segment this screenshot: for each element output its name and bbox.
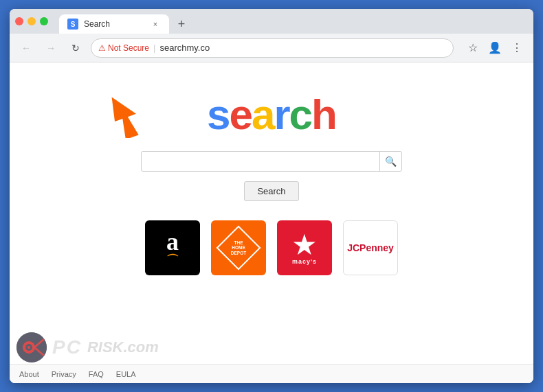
amazon-logo: a ⌒ bbox=[166, 227, 179, 268]
logo-letter-e: e bbox=[230, 91, 252, 138]
tab-area: S Search × + bbox=[59, 9, 191, 34]
logo-letter-c: c bbox=[289, 91, 311, 138]
search-box-container: 🔍 bbox=[141, 151, 402, 172]
close-button[interactable] bbox=[15, 17, 23, 25]
logo-letter-r: r bbox=[274, 91, 289, 138]
tab-favicon: S bbox=[67, 19, 78, 30]
svg-marker-0 bbox=[111, 91, 143, 138]
back-button[interactable]: ← bbox=[16, 38, 36, 58]
address-bar[interactable]: ⚠ Not Secure | searchmy.co bbox=[91, 38, 454, 58]
macys-label: macy's bbox=[292, 258, 317, 265]
url-text: searchmy.co bbox=[159, 43, 210, 53]
browser-window: S Search × + ← → ↻ ⚠ Not Secure | search… bbox=[10, 9, 533, 383]
not-secure-indicator: ⚠ Not Secure bbox=[98, 43, 149, 53]
new-tab-button[interactable]: + bbox=[172, 14, 191, 34]
profile-button[interactable]: 👤 bbox=[485, 38, 505, 58]
footer-eula[interactable]: EULA bbox=[116, 370, 136, 378]
menu-button[interactable]: ⋮ bbox=[507, 38, 527, 58]
active-tab[interactable]: S Search × bbox=[59, 14, 169, 34]
search-button[interactable]: Search bbox=[244, 181, 298, 201]
pcrisk-text: PC bbox=[52, 336, 82, 358]
forward-button[interactable]: → bbox=[41, 38, 60, 58]
tab-close-button[interactable]: × bbox=[150, 19, 161, 30]
search-logo: search bbox=[207, 90, 336, 139]
svg-point-4 bbox=[27, 346, 30, 349]
logo-letter-a: a bbox=[252, 91, 274, 138]
not-secure-label: Not Secure bbox=[108, 43, 149, 53]
pcrisk-watermark: PC RISK.com bbox=[16, 332, 159, 362]
quick-links: a ⌒ THEHOMEDEPOT ★ macy's bbox=[145, 220, 398, 275]
refresh-button[interactable]: ↻ bbox=[66, 38, 85, 58]
address-actions: ☆ 👤 ⋮ bbox=[463, 38, 527, 58]
bookmark-button[interactable]: ☆ bbox=[463, 38, 483, 58]
amazon-tile[interactable]: a ⌒ bbox=[145, 220, 200, 275]
minimize-button[interactable] bbox=[27, 17, 36, 25]
logo-letter-h: h bbox=[311, 91, 336, 138]
pcrisk-logo-circle bbox=[16, 332, 47, 362]
search-input[interactable] bbox=[142, 156, 379, 167]
jcpenney-tile[interactable]: JCPenney bbox=[343, 220, 398, 275]
hd-diamond: THEHOMEDEPOT bbox=[216, 225, 261, 270]
homedepot-tile[interactable]: THEHOMEDEPOT bbox=[211, 220, 266, 275]
footer-faq[interactable]: FAQ bbox=[89, 370, 104, 378]
page-content: search 🔍 Search a ⌒ THEHOMEDEPOT bbox=[10, 62, 533, 383]
address-bar-area: ← → ↻ ⚠ Not Secure | searchmy.co ☆ 👤 ⋮ bbox=[10, 34, 533, 62]
macys-star: ★ bbox=[291, 231, 318, 260]
traffic-lights bbox=[15, 17, 48, 25]
logo-letter-s: s bbox=[207, 91, 229, 138]
jcpenney-logo: JCPenney bbox=[347, 242, 394, 254]
tab-title: Search bbox=[84, 19, 144, 29]
warning-icon: ⚠ bbox=[98, 43, 106, 53]
page-footer: About Privacy FAQ EULA bbox=[10, 364, 533, 383]
pcrisk-domain: RISK.com bbox=[87, 338, 159, 356]
search-icon-button[interactable]: 🔍 bbox=[379, 152, 401, 171]
maximize-button[interactable] bbox=[40, 17, 48, 25]
title-bar: S Search × + bbox=[10, 9, 533, 34]
macys-tile[interactable]: ★ macy's bbox=[277, 220, 332, 275]
footer-privacy[interactable]: Privacy bbox=[52, 370, 76, 378]
footer-about[interactable]: About bbox=[19, 370, 39, 378]
